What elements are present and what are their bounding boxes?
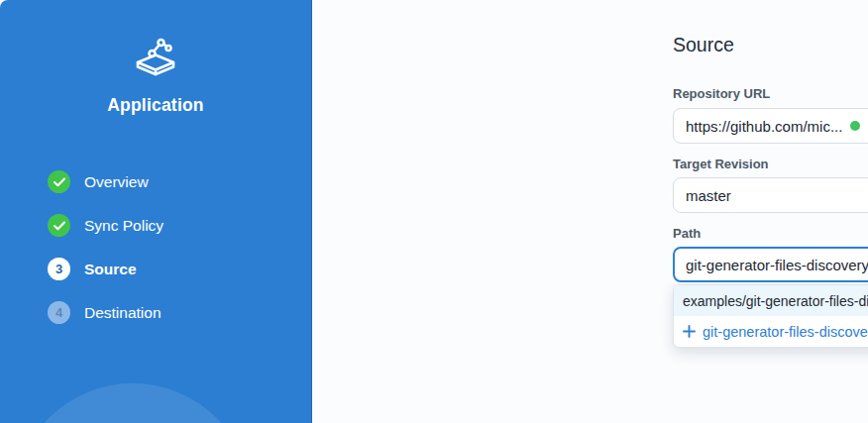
plus-icon <box>683 325 696 338</box>
page-title: Source <box>673 34 734 56</box>
step-label: Overview <box>84 173 149 191</box>
path-create-item[interactable]: git-generator-files-discovery <box>674 316 868 347</box>
path-create-label: git-generator-files-discovery <box>703 324 868 340</box>
path-label: Path <box>673 226 701 241</box>
step-overview[interactable]: Overview <box>48 170 163 193</box>
wizard-title: Application <box>0 95 311 116</box>
step-label: Source <box>84 261 137 278</box>
step-destination[interactable]: 4 Destination <box>48 301 163 324</box>
step-label: Sync Policy <box>84 217 163 235</box>
wizard-steps: Overview Sync Policy 3 Source 4 Destinat… <box>48 170 163 324</box>
decorative-circle <box>14 383 252 423</box>
check-circle-icon <box>48 170 70 193</box>
connection-status-dot <box>850 121 860 131</box>
repository-url-value: https://github.com/mic... <box>686 118 842 135</box>
repository-url-input[interactable]: https://github.com/mic... PROJECT <box>673 108 868 144</box>
step-number-badge: 4 <box>48 301 70 324</box>
step-sync-policy[interactable]: Sync Policy <box>48 214 163 237</box>
path-suggestion-item[interactable]: examples/git-generator-files-discovery/a… <box>674 285 868 316</box>
path-value: git-generator-files-discovery <box>686 257 868 273</box>
create-application-wizard: Application Overview Sync Policy 3 Sourc… <box>0 0 868 423</box>
source-step-panel: Source Repository URL https://github.com… <box>313 0 868 423</box>
path-input[interactable]: git-generator-files-discovery <box>673 247 868 282</box>
step-label: Destination <box>84 304 162 322</box>
application-box-branch-icon <box>0 36 311 79</box>
check-circle-icon <box>48 214 70 237</box>
repository-url-label: Repository URL <box>673 86 770 101</box>
wizard-sidebar: Application Overview Sync Policy 3 Sourc… <box>0 0 312 423</box>
step-number-badge: 3 <box>48 258 70 280</box>
target-revision-input[interactable]: master <box>673 177 868 213</box>
target-revision-label: Target Revision <box>673 157 769 171</box>
path-suggestions-dropdown: examples/git-generator-files-discovery/a… <box>673 284 868 348</box>
step-source[interactable]: 3 Source <box>48 258 163 280</box>
target-revision-value: master <box>686 187 731 204</box>
